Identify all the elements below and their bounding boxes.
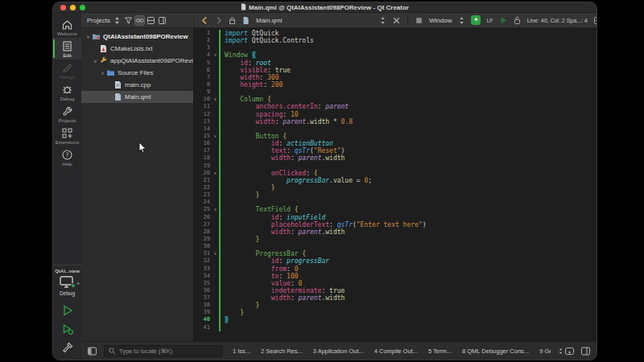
code-editor[interactable]: 1import QtQuick2import QtQuick.Controls3…	[194, 28, 597, 341]
fold-gutter	[212, 74, 219, 81]
code-text: height: 200	[221, 81, 283, 88]
tree-item[interactable]: Main.qml	[81, 91, 193, 103]
line-number: 30	[194, 243, 212, 250]
fold-gutter	[212, 147, 219, 154]
forward-icon[interactable]	[214, 16, 223, 25]
sidebar-mode-welcome[interactable]: Welcome	[53, 16, 81, 38]
zoom-window-button[interactable]	[80, 5, 85, 10]
code-text: value: 0	[221, 280, 302, 287]
split-editor-icon[interactable]	[593, 16, 597, 25]
line-number: 3	[194, 44, 212, 51]
traffic-lights	[60, 5, 85, 10]
fold-marker-icon[interactable]: ∨	[212, 206, 219, 213]
symbol-selector[interactable]: Window	[429, 17, 452, 24]
output-tab-4[interactable]: 4 Compile Out...	[374, 348, 418, 355]
line-number: 2	[194, 37, 212, 44]
tree-item[interactable]: ∨QtAIAssistant098POReview	[81, 31, 193, 43]
code-line: 35 value: 0	[194, 280, 597, 287]
output-tab-7[interactable]: 9 General Messa...	[539, 348, 551, 355]
sidebar-mode-edit[interactable]: Edit	[53, 38, 81, 60]
mouse-pointer	[138, 142, 147, 154]
code-line: 20∨ onClicked: {	[194, 170, 597, 177]
tree-item[interactable]: ∨appQtAIAssistant098POReview	[81, 55, 193, 67]
fold-gutter	[212, 324, 219, 331]
line-ending-indicator[interactable]: LF	[486, 18, 493, 23]
build-config-label: Debug	[60, 290, 75, 296]
fold-marker-icon[interactable]: ∨	[212, 170, 219, 177]
code-line: 22 }	[194, 184, 597, 191]
code-line: 6 visible: true	[194, 67, 597, 74]
toggle-right-sidebar-icon[interactable]	[580, 346, 591, 356]
code-line: 41	[194, 324, 597, 331]
document-dropdown-icon[interactable]	[378, 16, 387, 25]
output-tab-5[interactable]: 5 Term...	[428, 348, 452, 355]
fold-gutter	[212, 30, 219, 37]
line-number: 17	[194, 147, 212, 154]
code-text: width: parent.width	[221, 228, 345, 236]
sidebar-mode-debug[interactable]: Debug	[53, 81, 81, 103]
output-tab-1[interactable]: 1 Iss...	[233, 348, 250, 355]
qml-preview-icon[interactable]	[499, 16, 508, 25]
output-tab-6[interactable]: 8 QML Debugger Cons...	[462, 348, 529, 355]
kit-label: QtAI...view	[55, 269, 80, 274]
projects-pane-title[interactable]: Projects	[87, 17, 110, 24]
symbol-group: Window ✦ LF Line: 40, Col: 2 Spa...: 4	[412, 15, 592, 25]
code-line: 10∨ Column {	[194, 96, 597, 103]
line-number: 24	[194, 199, 212, 206]
open-document-selector[interactable]: Main.qml	[256, 17, 282, 24]
tree-expand-chevron[interactable]: ∨	[85, 34, 92, 39]
code-line: 31∨ ProgressBar {	[194, 250, 597, 257]
run-button[interactable]	[61, 304, 74, 317]
console-icon[interactable]	[564, 346, 575, 356]
fold-marker-icon[interactable]: ∨	[212, 96, 219, 103]
sidebar-mode-help[interactable]: ?Help	[53, 146, 81, 168]
close-window-button[interactable]	[60, 5, 66, 10]
minimize-window-button[interactable]	[70, 5, 76, 10]
output-tab-3[interactable]: 3 Application Out...	[313, 348, 364, 355]
output-panes-dropdown-icon[interactable]	[557, 348, 564, 355]
open-document-group: Main.qml	[198, 16, 403, 25]
updown-icon[interactable]	[113, 16, 122, 25]
fold-marker-icon[interactable]: ∨	[212, 133, 219, 140]
code-text: Button {	[221, 133, 287, 140]
debug-run-button[interactable]	[61, 323, 74, 335]
tree-item[interactable]: main.cpp	[81, 79, 193, 91]
line-number: 32	[194, 257, 212, 265]
toggle-left-sidebar-icon[interactable]	[87, 346, 97, 356]
tree-item[interactable]: CMakeLists.txt	[81, 43, 193, 55]
code-text: }	[221, 236, 259, 243]
sidebar-mode-projects[interactable]: Projects	[53, 103, 81, 125]
ai-assistant-icon[interactable]: ✦	[471, 15, 481, 25]
code-line: 34 to: 100	[194, 273, 597, 280]
tree-item[interactable]: ∨Source Files	[81, 67, 193, 79]
output-tab-2[interactable]: 2 Search Res...	[261, 348, 303, 355]
extensions-icon	[61, 127, 73, 139]
split-pane-icon[interactable]	[147, 16, 155, 25]
close-sidebar-icon[interactable]	[158, 16, 167, 25]
filter-icon[interactable]	[124, 16, 133, 25]
document-icon	[241, 3, 246, 10]
build-button[interactable]	[61, 341, 74, 354]
run-actions	[53, 298, 81, 360]
fold-gutter	[212, 221, 219, 228]
file-permissions-icon[interactable]	[513, 16, 522, 25]
symbol-dropdown-icon[interactable]	[457, 16, 466, 25]
editor-toolbar: Main.qml Window ✦ LF	[194, 13, 597, 27]
code-text: id: actionButton	[221, 140, 333, 147]
code-line: 17 text: qsTr("Reset")	[194, 147, 597, 154]
fold-marker-icon[interactable]: ∨	[212, 51, 219, 59]
sync-with-editor-icon[interactable]	[135, 16, 144, 25]
back-icon[interactable]	[200, 16, 209, 25]
fold-marker-icon[interactable]: ∨	[212, 250, 219, 257]
sidebar-mode-extensions[interactable]: Extensions	[53, 125, 81, 146]
code-line: 4∨Window {	[194, 51, 597, 59]
sidebar-mode-design[interactable]: Design	[53, 60, 81, 81]
close-document-icon[interactable]	[392, 16, 401, 25]
tree-expand-chevron[interactable]: ∨	[92, 58, 99, 64]
tree-expand-chevron[interactable]: ∨	[99, 70, 106, 76]
kit-selector[interactable]: QtAI...view ▸ Debug	[53, 265, 81, 298]
toolbar: Projects Main.qml	[81, 13, 597, 28]
project-folder	[92, 32, 101, 41]
locator-input[interactable]: Type to locate (⌘K)	[104, 345, 223, 357]
code-text: anchors.centerIn: parent	[221, 103, 349, 110]
